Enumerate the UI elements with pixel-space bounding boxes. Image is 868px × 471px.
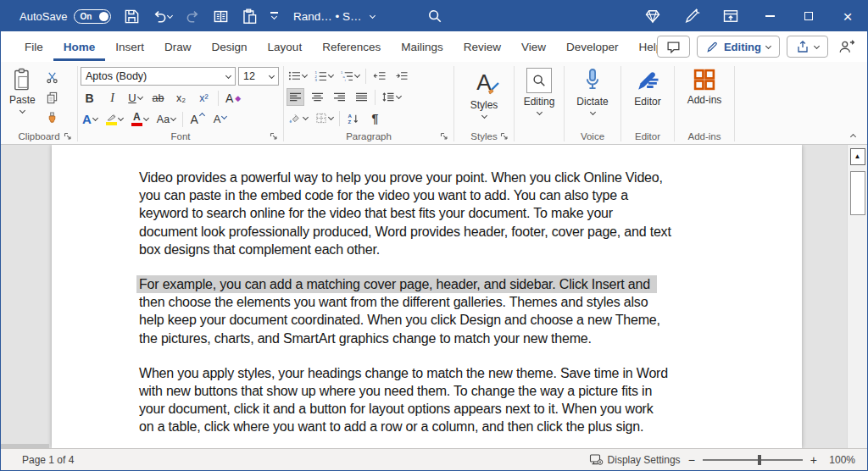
zoom-out-button[interactable]: −	[688, 453, 695, 467]
document-page[interactable]: Video provides a powerful way to help yo…	[52, 145, 802, 448]
vertical-scrollbar[interactable]: ▲	[847, 145, 867, 448]
premium-button[interactable]	[633, 1, 672, 31]
text-effects-button[interactable]: A	[81, 110, 99, 128]
highlight-button[interactable]	[104, 110, 125, 128]
decrease-indent-button[interactable]	[370, 67, 388, 85]
subscript-button[interactable]: x₂	[172, 89, 190, 107]
borders-button[interactable]	[314, 109, 335, 127]
copy-button[interactable]	[43, 89, 61, 107]
save-button[interactable]	[124, 8, 140, 25]
selected-text[interactable]: For example, you can add a matching cove…	[136, 275, 657, 293]
editing-button[interactable]: Editing	[517, 65, 561, 116]
display-settings-button[interactable]: Display Settings	[589, 453, 681, 466]
font-name-combobox[interactable]: Aptos (Body)	[81, 67, 236, 86]
font-dialog-launcher[interactable]	[270, 132, 278, 141]
shrink-font-button[interactable]: A	[211, 110, 229, 128]
line-spacing-button[interactable]	[380, 88, 403, 106]
editing-mode-label: Editing	[724, 41, 761, 53]
grow-font-button[interactable]: A	[188, 110, 206, 128]
customize-qat-button[interactable]	[270, 12, 278, 19]
comments-button[interactable]	[657, 36, 690, 58]
zoom-in-button[interactable]: +	[810, 453, 817, 467]
shading-button[interactable]	[287, 109, 309, 127]
tab-design[interactable]: Design	[202, 33, 258, 61]
zoom-level[interactable]: 100%	[825, 454, 855, 466]
ribbon-tab-bar: File Home Insert Draw Design Layout Refe…	[1, 31, 867, 62]
document-canvas[interactable]: Video provides a powerful way to help yo…	[1, 145, 867, 448]
copilot-button[interactable]	[672, 1, 711, 31]
multilevel-list-button[interactable]: 1ai	[339, 67, 361, 85]
strikethrough-button[interactable]: ab	[149, 89, 167, 107]
font-color-button[interactable]: A	[130, 110, 150, 128]
tab-view[interactable]: View	[511, 33, 556, 61]
horizontal-scrollbar-thumb[interactable]	[1, 444, 49, 448]
numbering-button[interactable]: 123	[313, 67, 335, 85]
share-button[interactable]	[787, 36, 828, 58]
dictate-button[interactable]: Dictate	[567, 65, 618, 116]
bold-button[interactable]: B	[81, 89, 98, 107]
zoom-slider[interactable]	[703, 459, 803, 461]
presence-button[interactable]	[835, 39, 859, 54]
editing-mode-dropdown[interactable]: Editing	[697, 36, 780, 58]
font-size-combobox[interactable]: 12	[238, 67, 279, 86]
paragraph-group-label: Paragraph	[287, 129, 451, 144]
collapse-ribbon-button[interactable]	[850, 134, 856, 140]
document-title-control[interactable]: Rand… • S…	[293, 1, 375, 31]
editor-group-label: Editor	[624, 129, 671, 144]
tab-references[interactable]: References	[312, 33, 391, 61]
show-hide-pilcrow-button[interactable]: ¶	[366, 109, 384, 127]
underline-button[interactable]: U	[126, 89, 144, 107]
italic-button[interactable]: I	[103, 89, 121, 107]
page-indicator[interactable]: Page 1 of 4	[22, 454, 74, 466]
read-mode-button[interactable]	[213, 8, 229, 25]
change-case-button[interactable]: Aa	[155, 110, 177, 128]
tab-home[interactable]: Home	[53, 33, 106, 61]
font-label-text: Font	[170, 131, 190, 141]
undo-button[interactable]	[153, 8, 172, 24]
maximize-button[interactable]	[789, 1, 828, 31]
format-painter-button[interactable]	[43, 109, 61, 127]
increase-indent-button[interactable]	[392, 67, 410, 85]
superscript-button[interactable]: x²	[195, 89, 213, 107]
tab-layout[interactable]: Layout	[258, 33, 313, 61]
tab-draw[interactable]: Draw	[154, 33, 202, 61]
paragraph-dialog-launcher[interactable]	[440, 132, 448, 141]
editing-group: Editing	[515, 64, 564, 144]
bullets-button[interactable]	[287, 67, 309, 85]
autosave-switch[interactable]: On	[74, 9, 111, 24]
editor-button[interactable]: Editor	[624, 65, 671, 108]
paste-button[interactable]: Paste	[3, 65, 42, 127]
zoom-slider-thumb[interactable]	[758, 455, 762, 465]
minimize-button[interactable]	[750, 1, 789, 31]
clear-formatting-button[interactable]: A◆	[224, 89, 242, 107]
ribbon-display-options-button[interactable]	[711, 1, 750, 31]
clipboard-dialog-launcher[interactable]	[64, 132, 72, 141]
tab-insert[interactable]: Insert	[105, 33, 154, 61]
search-button[interactable]	[427, 8, 442, 24]
autosave-toggle[interactable]: AutoSave On	[19, 9, 111, 24]
styles-label-text: Styles	[470, 131, 497, 141]
styles-button[interactable]: A Styles	[457, 65, 511, 119]
pilcrow-glyph: ¶	[372, 112, 379, 125]
tab-review[interactable]: Review	[453, 33, 511, 61]
cut-button[interactable]	[43, 69, 61, 86]
clipboard-group: Paste Clipboard	[1, 64, 77, 144]
tab-file[interactable]: File	[14, 33, 53, 61]
clear-formatting-glyph: A	[225, 91, 233, 105]
close-button[interactable]: ×	[828, 1, 867, 31]
paste-options-button[interactable]	[242, 8, 258, 25]
align-right-button[interactable]	[331, 88, 348, 106]
format-painter-icon	[46, 112, 58, 125]
styles-dialog-launcher[interactable]	[500, 132, 509, 141]
align-center-button[interactable]	[309, 88, 326, 106]
sort-button[interactable]: AZ	[344, 109, 362, 127]
addins-button[interactable]: Add-ins	[677, 65, 732, 106]
justify-button[interactable]	[353, 88, 370, 106]
magic-pen-icon	[683, 8, 700, 25]
scroll-up-button[interactable]: ▲	[850, 148, 865, 165]
scrollbar-thumb[interactable]	[850, 171, 865, 215]
tab-mailings[interactable]: Mailings	[391, 33, 453, 61]
align-left-button[interactable]	[287, 88, 304, 106]
redo-button-disabled[interactable]	[185, 8, 200, 24]
tab-developer[interactable]: Developer	[556, 33, 629, 61]
